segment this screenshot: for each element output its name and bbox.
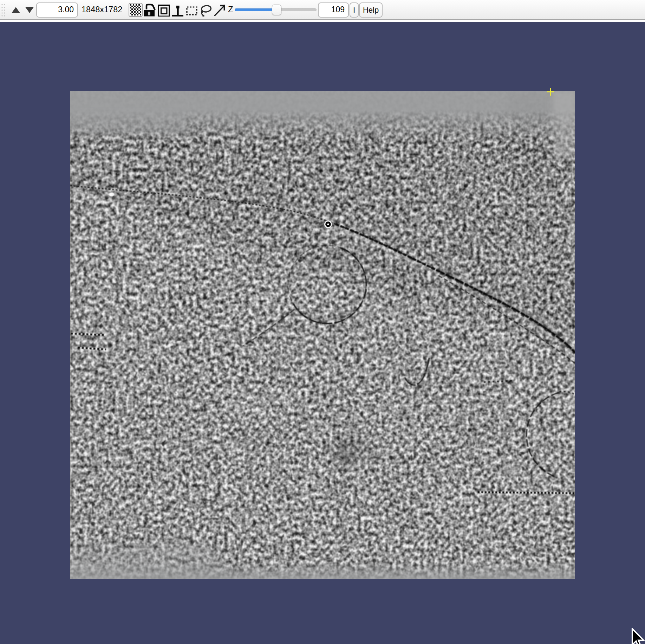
checkerboard-icon xyxy=(130,4,141,15)
em-tomogram-image[interactable] xyxy=(70,91,575,579)
slider-handle[interactable] xyxy=(272,5,281,15)
image-size-label: 1848x1782 xyxy=(82,0,122,20)
z-section-slider[interactable] xyxy=(235,0,317,20)
down-triangle-icon xyxy=(25,7,34,13)
lasso-toggle-button[interactable] xyxy=(199,0,214,20)
lasso-icon xyxy=(199,2,214,18)
help-button[interactable]: Help xyxy=(359,2,383,18)
section-input[interactable] xyxy=(318,2,349,18)
toolbar-drag-handle-icon[interactable] xyxy=(1,3,6,17)
slider-fill xyxy=(235,8,276,11)
insert-marker-icon xyxy=(171,3,184,17)
up-triangle-icon xyxy=(12,7,20,13)
unlocked-padlock-icon xyxy=(143,3,156,17)
zoom-up-button[interactable] xyxy=(11,0,21,20)
northeast-arrow-icon xyxy=(214,3,227,17)
dashed-rectangle-icon xyxy=(186,3,198,17)
toolbar: 1848x1782 xyxy=(0,0,645,20)
square-in-square-icon xyxy=(157,3,170,17)
arrow-toggle-button[interactable] xyxy=(214,0,228,20)
info-button[interactable]: I xyxy=(350,2,359,18)
zoom-down-button[interactable] xyxy=(24,0,35,20)
z-slider-label: Z xyxy=(228,0,233,20)
lock-toggle-button[interactable] xyxy=(143,0,156,20)
center-toggle-button[interactable] xyxy=(157,0,170,20)
insert-toggle-button[interactable] xyxy=(171,0,185,20)
highres-toggle-button[interactable] xyxy=(129,3,143,17)
zoom-input[interactable] xyxy=(36,2,78,18)
rubberband-toggle-button[interactable] xyxy=(185,0,199,20)
